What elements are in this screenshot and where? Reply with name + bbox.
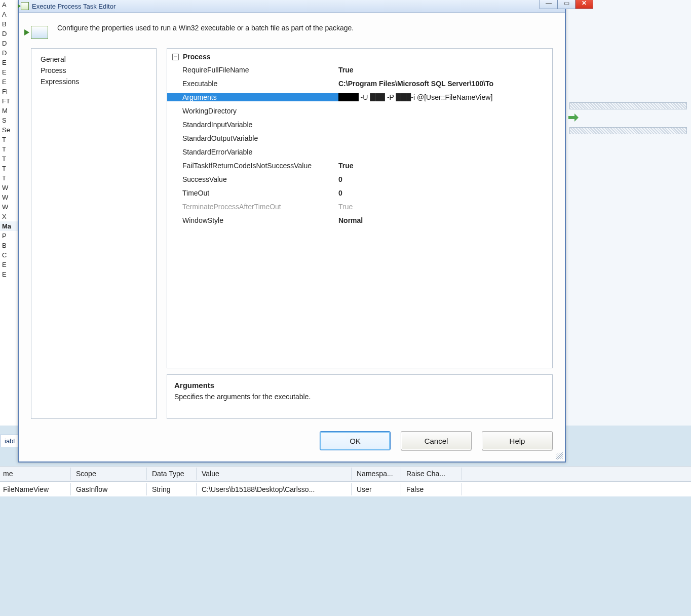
solution-tree-partial: AAB DDD EEE FiFTM SSeT TTT TWW WX Ma PBC… (0, 0, 19, 426)
dialog-description: Configure the properties used to run a W… (57, 24, 354, 39)
col-scope[interactable]: Scope (71, 468, 147, 480)
nav-general[interactable]: General (31, 54, 156, 65)
close-button[interactable]: ✕ (575, 0, 593, 9)
group-header-process[interactable]: − Process (167, 53, 552, 63)
prop-row-requirefullfilename[interactable]: RequireFullFileName True (167, 63, 552, 76)
prop-row-windowstyle[interactable]: WindowStyle Normal (167, 213, 552, 227)
desc-text: Specifies the arguments for the executab… (174, 393, 545, 401)
prop-row-failtask[interactable]: FailTaskIfReturnCodeIsNotSuccessValue Tr… (167, 159, 552, 172)
col-name[interactable]: me (0, 468, 71, 480)
help-button[interactable]: Help (482, 431, 553, 450)
variables-row[interactable]: FileNameView GasInflow String C:\Users\b… (0, 481, 691, 496)
dialog-buttons: OK Cancel Help (19, 419, 565, 461)
flow-arrow-icon (568, 112, 579, 123)
maximize-button[interactable]: ▭ (557, 0, 575, 9)
collapse-icon[interactable]: − (172, 54, 179, 60)
variables-grid: me Scope Data Type Value Namespa... Rais… (0, 466, 691, 496)
cancel-button[interactable]: Cancel (401, 431, 472, 450)
prop-row-stderr[interactable]: StandardErrorVariable (167, 145, 552, 159)
canvas-partial (565, 0, 691, 426)
col-datatype[interactable]: Data Type (147, 468, 197, 480)
properties-grid: − Process RequireFullFileName True Execu… (167, 48, 553, 368)
col-raisechange[interactable]: Raise Cha... (401, 468, 462, 480)
col-namespace[interactable]: Namespa... (352, 468, 401, 480)
prop-row-timeout[interactable]: TimeOut 0 (167, 186, 552, 200)
category-nav: General Process Expressions (31, 48, 157, 419)
minimize-button[interactable]: — (540, 0, 558, 9)
desc-title: Arguments (174, 381, 545, 390)
property-description: Arguments Specifies the arguments for th… (167, 374, 553, 419)
prop-row-arguments[interactable]: Arguments ████ -U ███ -P ███-i @[User::F… (167, 90, 552, 104)
execute-process-task-editor-dialog: Execute Process Task Editor — ▭ ✕ Config… (18, 0, 566, 463)
dialog-title: Execute Process Task Editor (32, 3, 116, 10)
dialog-header: Configure the properties used to run a W… (19, 13, 565, 48)
nav-process[interactable]: Process (31, 65, 156, 76)
redacted-text: ████ (338, 93, 359, 101)
prop-row-successvalue[interactable]: SuccessValue 0 (167, 172, 552, 186)
variables-tab[interactable]: iabl (0, 435, 19, 447)
ok-button[interactable]: OK (320, 431, 391, 450)
dialog-titlebar[interactable]: Execute Process Task Editor — ▭ ✕ (19, 0, 565, 13)
prop-row-workingdirectory[interactable]: WorkingDirectory (167, 104, 552, 118)
resize-grip-icon[interactable] (556, 452, 563, 459)
prop-row-stdout[interactable]: StandardOutputVariable (167, 131, 552, 145)
col-value[interactable]: Value (197, 468, 352, 480)
prop-row-stdin[interactable]: StandardInputVariable (167, 118, 552, 131)
arguments-value[interactable]: ████ -U ███ -P ███-i @[User::FileNameVie… (338, 93, 552, 101)
variables-header-row: me Scope Data Type Value Namespa... Rais… (0, 466, 691, 481)
prop-row-terminate: TerminateProcessAfterTimeOut True (167, 200, 552, 213)
execute-process-large-icon (31, 26, 48, 39)
execute-process-icon (21, 2, 29, 10)
nav-expressions[interactable]: Expressions (31, 76, 156, 87)
prop-row-executable[interactable]: Executable C:\Program Files\Microsoft SQ… (167, 76, 552, 90)
